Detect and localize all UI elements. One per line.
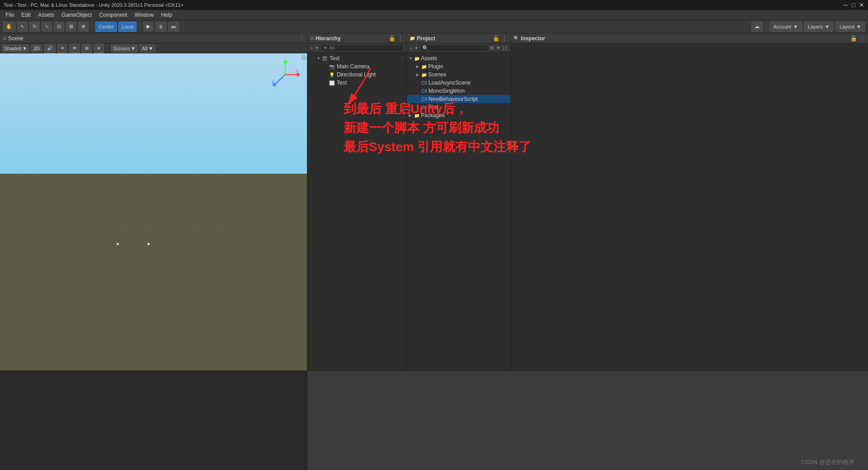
project-item-scenes[interactable]: ▶ 📁 Scenes <box>407 71 510 79</box>
inspector-lock-icon[interactable]: 🔓 <box>850 35 857 42</box>
inspector-header: 🔍 Inspector 🔓 ⋮ <box>511 33 868 43</box>
hierarchy-lock-icon[interactable]: 🔓 <box>389 35 396 42</box>
account-dropdown[interactable]: Account ▼ <box>769 22 802 32</box>
effects-btn[interactable]: ✦ <box>57 43 67 53</box>
project-item-loadasyncscene[interactable]: C# LoadAsyncScene <box>407 79 510 87</box>
layout-dropdown[interactable]: Layout ▼ <box>835 22 865 32</box>
pause-btn[interactable]: ⏸ <box>155 22 166 32</box>
minimize-btn[interactable]: ─ <box>844 1 848 9</box>
menu-component[interactable]: Component <box>95 10 131 20</box>
project-search-input[interactable] <box>420 44 488 52</box>
svg-text:Z: Z <box>272 79 274 84</box>
project-item-test-script[interactable]: C# Test <box>407 103 510 111</box>
scene-light-btn[interactable]: ☀ <box>94 43 104 53</box>
menu-edit[interactable]: Edit <box>18 10 34 20</box>
scenes-label: Scenes <box>428 71 446 78</box>
all-label: All <box>142 46 147 51</box>
menu-window[interactable]: Window <box>131 10 157 20</box>
layout-arrow-icon: ▼ <box>856 24 861 29</box>
assets-label: Assets <box>421 55 437 62</box>
hierarchy-item-menu[interactable]: ⋮ <box>400 56 405 62</box>
play-btn[interactable]: ▶ <box>143 22 153 32</box>
step-btn[interactable]: ⏭ <box>168 22 179 32</box>
toolbar: ✋ ↖ ↻ ⤡ ⊡ ⊞ ⊕ Center Local ▶ ⏸ ⏭ ☁ Accou… <box>0 20 868 33</box>
maximize-btn[interactable]: □ <box>852 1 855 9</box>
hierarchy-label-test-root: Test <box>330 55 340 62</box>
project-item-plugin[interactable]: ▶ 📁 Plugin <box>407 62 510 71</box>
scene-gizmo: X Y Z <box>271 60 300 90</box>
scene-resize-handle[interactable]: ⊡ <box>302 54 306 61</box>
hierarchy-item-test-root[interactable]: ▼ 🎬 Test ⋮ <box>307 54 406 62</box>
center-btn[interactable]: Center <box>95 22 117 32</box>
grid-btn[interactable]: ⊞ <box>82 43 92 53</box>
light-icon: 💡 <box>329 72 335 77</box>
project-menu-icon[interactable]: ⋮ <box>501 35 508 42</box>
project-lock-icon[interactable]: 🔓 <box>493 35 500 42</box>
project-add-icon[interactable]: + <box>410 45 412 51</box>
shaded-dropdown[interactable]: Shaded ▼ <box>2 44 29 52</box>
menu-assets[interactable]: Assets <box>34 10 58 20</box>
svg-rect-0 <box>0 174 307 398</box>
local-btn[interactable]: Local <box>118 22 137 32</box>
hierarchy-search-input[interactable] <box>321 44 404 52</box>
separator-2 <box>140 22 140 31</box>
rotate-tool-btn[interactable]: ↻ <box>29 22 40 32</box>
scene-canvas[interactable]: X Y Z ◄ Persp ⊡ <box>0 53 307 398</box>
project-add-arrow: ▼ <box>414 46 418 50</box>
tree-arrow-test: ▼ <box>316 56 322 61</box>
loadasync-label: LoadAsyncScene <box>429 80 471 86</box>
layers-label: Layers <box>808 24 823 29</box>
scene-menu-icon[interactable]: ⋮ <box>299 35 304 42</box>
all-dropdown[interactable]: All ▼ <box>140 44 156 52</box>
project-star-icon[interactable]: ★ <box>496 45 500 51</box>
layout-label: Layout <box>840 24 854 29</box>
close-btn[interactable]: ✕ <box>859 1 864 9</box>
project-search: + ▼ ⊞ ★ 11 <box>407 43 510 52</box>
move-tool-btn[interactable]: ↖ <box>17 22 28 32</box>
gizmos-dropdown[interactable]: Gizmos ▼ <box>111 44 138 52</box>
audio-btn[interactable]: 🔊 <box>44 43 56 53</box>
menu-gameobject[interactable]: GameObject <box>58 10 95 20</box>
scene-tab[interactable]: Scene <box>8 35 24 42</box>
test-script-icon: C# <box>421 105 427 110</box>
hierarchy-item-test-child[interactable]: ⬜ Test <box>307 79 406 87</box>
project-filter-icon[interactable]: ⊞ <box>490 45 494 51</box>
hierarchy-add-icon[interactable]: + <box>310 45 313 51</box>
all-arrow: ▼ <box>148 46 153 51</box>
rect-tool-btn[interactable]: ⊡ <box>54 22 64 32</box>
project-item-newbehaviourscript[interactable]: C# NewBehaviourScript <box>407 95 510 103</box>
plugin-label: Plugin <box>428 63 443 70</box>
packages-folder-icon: 📁 <box>414 113 420 118</box>
hierarchy-item-main-camera[interactable]: 📷 Main Camera <box>307 62 406 71</box>
plugin-folder-icon: 📁 <box>421 64 427 69</box>
2d-btn[interactable]: 2D <box>31 44 42 52</box>
project-item-assets[interactable]: ▼ 📁 Assets <box>407 54 510 62</box>
inspector-menu-icon[interactable]: ⋮ <box>859 35 865 42</box>
hand-tool-btn[interactable]: ✋ <box>3 22 15 32</box>
menu-help[interactable]: Help <box>157 10 176 20</box>
hierarchy-menu-icon[interactable]: ⋮ <box>397 35 404 42</box>
scenes-arrow: ▶ <box>416 72 421 77</box>
project-count-label: 11 <box>502 45 508 51</box>
project-item-packages[interactable]: ▶ 📁 Packages <box>407 111 510 119</box>
hierarchy-label-directional-light: Directional Light <box>337 71 376 78</box>
scenes-folder-icon: 📁 <box>421 72 427 77</box>
scene-sky <box>0 53 307 174</box>
hidden-btn[interactable]: 👁 <box>69 43 80 53</box>
mono-label: MonoSingleton <box>429 88 465 94</box>
title-bar: Test - Test - PC, Mac & Linux Standalone… <box>0 0 868 10</box>
scale-tool-btn[interactable]: ⤡ <box>42 22 52 32</box>
layers-dropdown[interactable]: Layers ▼ <box>804 22 834 32</box>
packages-label: Packages <box>421 112 445 119</box>
account-label: Account <box>774 24 792 29</box>
custom-tool-btn[interactable]: ⊕ <box>78 22 89 32</box>
cloud-btn[interactable]: ☁ <box>751 22 763 32</box>
transform-tool-btn[interactable]: ⊞ <box>66 22 76 32</box>
project-item-monosingleton[interactable]: C# MonoSingleton <box>407 87 510 95</box>
2d-label: 2D <box>33 46 40 51</box>
hierarchy-item-directional-light[interactable]: 💡 Directional Light <box>307 71 406 79</box>
gizmos-arrow: ▼ <box>131 46 136 51</box>
hierarchy-search: + ▼ <box>307 43 406 52</box>
menu-file[interactable]: File <box>2 10 18 20</box>
project-grid-icon: 📁 <box>410 36 415 41</box>
